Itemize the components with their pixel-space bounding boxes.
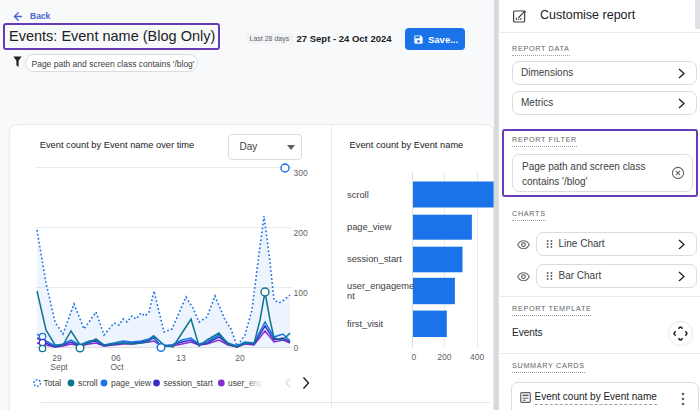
svg-text:0: 0 bbox=[412, 352, 417, 362]
svg-text:scroll: scroll bbox=[78, 378, 98, 388]
svg-text:0: 0 bbox=[294, 343, 299, 353]
svg-text:page_view: page_view bbox=[347, 222, 392, 232]
svg-text:Total: Total bbox=[44, 378, 62, 388]
svg-text:13: 13 bbox=[176, 353, 186, 363]
svg-text:scroll: scroll bbox=[347, 190, 369, 200]
svg-text:Sept: Sept bbox=[50, 362, 68, 372]
svg-text:300: 300 bbox=[294, 168, 308, 178]
svg-text:Oct: Oct bbox=[110, 362, 124, 372]
svg-text:page_view: page_view bbox=[111, 378, 152, 388]
svg-text:session_start: session_start bbox=[347, 254, 402, 264]
svg-text:20: 20 bbox=[235, 353, 245, 363]
svg-text:user_engageme: user_engageme bbox=[347, 281, 414, 291]
svg-text:200: 200 bbox=[294, 228, 308, 238]
svg-text:100: 100 bbox=[294, 288, 308, 298]
svg-text:nt: nt bbox=[347, 291, 355, 301]
svg-text:400: 400 bbox=[470, 352, 484, 362]
svg-text:first_visit: first_visit bbox=[347, 319, 384, 329]
svg-text:session_start: session_start bbox=[164, 378, 214, 388]
svg-text:200: 200 bbox=[437, 352, 451, 362]
